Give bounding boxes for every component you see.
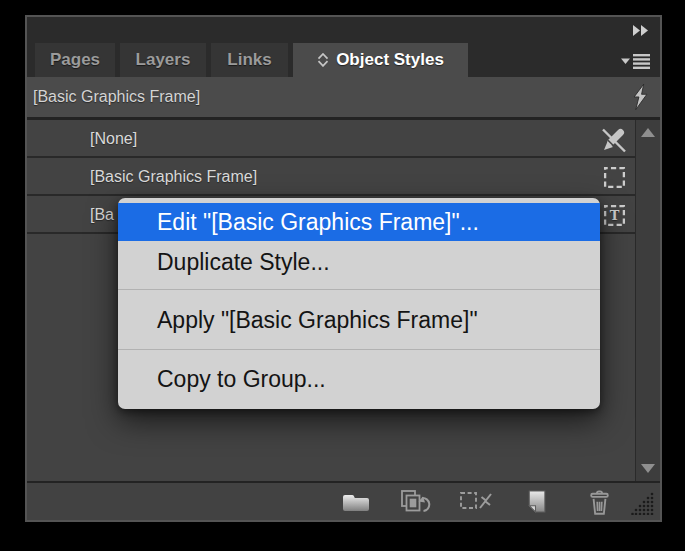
style-row-basic-graphics-frame-label: [Basic Graphics Frame] — [90, 168, 257, 185]
grip-dots-icon — [631, 491, 655, 515]
menu-item-apply-style[interactable]: Apply "[Basic Graphics Frame]" — [118, 297, 600, 343]
create-new-style-button[interactable] — [523, 489, 548, 518]
clear-attributes-icon — [459, 489, 493, 513]
context-menu: Edit "[Basic Graphics Frame]"... Duplica… — [118, 198, 600, 409]
svg-text:T: T — [610, 209, 620, 224]
style-row-none[interactable]: [None] — [27, 120, 635, 158]
tab-links[interactable]: Links — [211, 43, 288, 77]
text-frame-icon: T — [602, 203, 627, 228]
clear-overrides-button[interactable] — [399, 489, 433, 519]
create-style-group-button[interactable] — [341, 489, 371, 517]
menu-item-edit-style[interactable]: Edit "[Basic Graphics Frame]"... — [118, 203, 600, 241]
panel-tab-bar: Pages Layers Links Object Styles — [27, 43, 660, 77]
diamond-icon — [317, 53, 329, 67]
menu-item-duplicate-style[interactable]: Duplicate Style... — [118, 241, 600, 283]
menu-separator — [118, 349, 600, 350]
panel-toolbar — [27, 481, 660, 520]
panel-menu-icon[interactable] — [621, 53, 650, 69]
style-row-basic-graphics-frame[interactable]: [Basic Graphics Frame] — [27, 158, 635, 196]
menu-separator — [118, 289, 600, 290]
pen-slash-icon — [601, 127, 627, 153]
scroll-up-icon[interactable] — [641, 128, 655, 137]
trash-icon — [587, 489, 612, 516]
tab-pages[interactable]: Pages — [35, 43, 115, 77]
tab-layers[interactable]: Layers — [120, 43, 206, 77]
tab-object-styles[interactable]: Object Styles — [293, 43, 468, 77]
tab-pages-label: Pages — [50, 50, 100, 70]
collapse-panel-icon[interactable] — [631, 25, 651, 36]
style-row-partially-hidden-label: [Ba — [90, 206, 114, 223]
tab-links-label: Links — [227, 50, 271, 70]
scrollbar[interactable] — [635, 120, 660, 481]
delete-style-button[interactable] — [587, 489, 612, 520]
clear-overrides-icon — [399, 489, 433, 515]
applied-style-value: [Basic Graphics Frame] — [33, 88, 200, 106]
resize-grip[interactable] — [631, 491, 655, 519]
style-row-none-label: [None] — [90, 130, 137, 147]
applied-style-field: [Basic Graphics Frame] — [27, 77, 660, 120]
panel-title-strip — [27, 17, 660, 43]
tab-object-styles-label: Object Styles — [336, 50, 444, 70]
tab-layers-label: Layers — [136, 50, 191, 70]
quick-apply-lightning-icon[interactable] — [632, 84, 649, 112]
scroll-down-icon[interactable] — [641, 464, 655, 473]
menu-item-copy-to-group[interactable]: Copy to Group... — [118, 357, 600, 401]
graphics-frame-icon — [602, 165, 627, 190]
folder-icon — [341, 489, 371, 513]
screen: Pages Layers Links Object Styles — [0, 0, 685, 551]
new-style-icon — [523, 489, 548, 514]
clear-attributes-button[interactable] — [459, 489, 493, 517]
